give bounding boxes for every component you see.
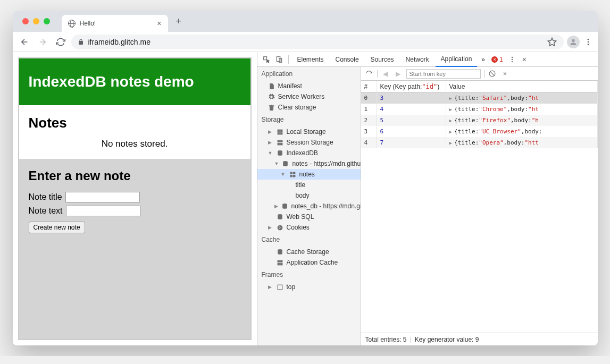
sidebar-item-clear-storage[interactable]: Clear storage (257, 102, 361, 113)
trash-icon (268, 104, 275, 111)
svg-rect-10 (277, 129, 279, 131)
star-icon[interactable] (547, 37, 557, 47)
sidebar-item-frame-top[interactable]: ▶top (257, 282, 361, 292)
svg-rect-4 (263, 56, 266, 60)
window-close-button[interactable] (22, 18, 29, 24)
tab-console[interactable]: Console (330, 52, 364, 67)
sidebar-item-local-storage[interactable]: ▶Local Storage (257, 126, 361, 137)
svg-rect-23 (293, 175, 295, 177)
notes-heading: Notes (29, 115, 241, 131)
window-maximize-button[interactable] (44, 18, 50, 24)
note-text-input[interactable] (66, 206, 140, 216)
tab-sources[interactable]: Sources (365, 52, 399, 67)
notes-section: Notes No notes stored. (19, 105, 250, 159)
sidebar-item-notes-store[interactable]: ▼notes (257, 169, 361, 180)
reload-button[interactable] (53, 35, 68, 49)
window-minimize-button[interactable] (33, 18, 39, 24)
delete-selected-button[interactable]: × (500, 69, 510, 79)
sidebar-item-indexeddb[interactable]: ▼IndexedDB (257, 148, 361, 158)
cell-value: ▶{title: "Chrome", body: "ht (446, 104, 598, 115)
sidebar-item-session-storage[interactable]: ▶Session Storage (257, 137, 361, 148)
error-indicator[interactable]: × 1 (489, 56, 505, 63)
url-text: iframeidb.glitch.me (88, 38, 151, 46)
cell-index: 3 (361, 126, 377, 137)
inspect-icon[interactable] (261, 54, 272, 65)
cell-key: 4 (377, 104, 446, 115)
svg-rect-6 (279, 58, 282, 62)
content-area: IndexedDB notes demo Notes No notes stor… (13, 52, 598, 345)
svg-rect-5 (277, 56, 280, 61)
sidebar-item-websql[interactable]: ▶Web SQL (257, 211, 361, 222)
svg-point-7 (512, 56, 513, 57)
browser-menu-button[interactable] (583, 37, 594, 47)
tab-elements[interactable]: Elements (292, 52, 329, 67)
tab-network[interactable]: Network (400, 52, 434, 67)
table-row[interactable]: 03▶{title: "Safari", body: "ht (361, 92, 598, 104)
sidebar-item-service-workers[interactable]: Service Workers (257, 91, 361, 102)
new-tab-button[interactable]: + (171, 14, 186, 29)
table-row[interactable]: 47▶{title: "Opera", body: "htt (361, 137, 598, 148)
table-row[interactable]: 14▶{title: "Chrome", body: "ht (361, 104, 598, 115)
devtools-menu-button[interactable] (506, 54, 518, 65)
tabs-overflow-button[interactable]: » (478, 56, 488, 63)
key-search-input[interactable] (406, 69, 481, 79)
sidebar-item-cookies[interactable]: ▶Cookies (257, 222, 361, 233)
forward-button[interactable] (35, 35, 50, 49)
tab-close-button[interactable]: × (157, 19, 161, 28)
cell-key: 5 (377, 115, 446, 126)
refresh-button[interactable] (364, 69, 374, 79)
database-icon (281, 203, 288, 210)
back-button[interactable] (17, 35, 32, 49)
clear-store-button[interactable] (488, 69, 497, 79)
table-row[interactable]: 36▶{title: "UC Browser", body: (361, 126, 598, 137)
note-title-label: Note title (29, 192, 62, 202)
device-toggle-icon[interactable] (273, 54, 285, 65)
col-header-value[interactable]: Value (446, 81, 598, 92)
page-viewport: IndexedDB notes demo Notes No notes stor… (13, 52, 257, 345)
sidebar-item-index-body[interactable]: body (257, 190, 361, 201)
grid-icon (289, 171, 296, 178)
create-note-button[interactable]: Create new note (29, 222, 85, 233)
cell-value: ▶{title: "UC Browser", body: (446, 126, 598, 137)
svg-rect-11 (280, 129, 282, 131)
devtools-close-button[interactable]: × (519, 55, 530, 64)
cell-value: ▶{title: "Opera", body: "htt (446, 137, 598, 148)
sidebar-item-manifest[interactable]: Manifest (257, 81, 361, 91)
col-header-index[interactable]: # (361, 81, 377, 92)
svg-rect-21 (293, 172, 295, 174)
svg-point-0 (572, 39, 574, 41)
col-header-key[interactable]: Key (Key path: "id") (377, 81, 446, 92)
browser-tab[interactable]: Hello! × (62, 15, 168, 32)
section-application: Application (257, 67, 361, 81)
section-storage: Storage (257, 113, 361, 126)
page-title: IndexedDB notes demo (19, 58, 250, 105)
svg-rect-12 (277, 132, 279, 134)
cell-key: 3 (377, 92, 446, 104)
tab-application[interactable]: Application (436, 52, 478, 67)
note-title-input[interactable] (65, 192, 140, 202)
section-frames: Frames (257, 268, 361, 282)
sidebar-item-app-cache[interactable]: ▶Application Cache (257, 257, 361, 268)
database-icon (282, 160, 289, 167)
sidebar-item-notesdb2[interactable]: ▶notes_db - https://mdn.git (257, 201, 361, 211)
svg-rect-22 (290, 175, 292, 177)
browser-toolbar: iframeidb.glitch.me (13, 32, 598, 52)
next-page-button[interactable]: ▶ (394, 69, 403, 79)
profile-avatar[interactable] (567, 36, 580, 48)
sidebar-item-cache-storage[interactable]: ▶Cache Storage (257, 247, 361, 257)
svg-point-9 (512, 61, 513, 62)
table-row[interactable]: 25▶{title: "Firefox", body: "h (361, 115, 598, 126)
svg-point-8 (512, 58, 513, 60)
svg-rect-32 (280, 260, 282, 262)
sidebar-item-index-title[interactable]: title (257, 180, 361, 190)
new-note-form: Enter a new note Note title Note text Cr… (19, 159, 250, 339)
no-notes-message: No notes stored. (29, 139, 241, 149)
svg-rect-17 (280, 143, 282, 145)
cookie-icon (277, 224, 283, 231)
prev-page-button[interactable]: ◀ (381, 69, 390, 79)
address-bar[interactable]: iframeidb.glitch.me (71, 35, 564, 49)
tab-title: Hello! (80, 20, 96, 27)
svg-rect-16 (277, 143, 279, 145)
file-icon (268, 83, 275, 90)
sidebar-item-notes-db[interactable]: ▼notes - https://mdn.github (257, 158, 361, 169)
